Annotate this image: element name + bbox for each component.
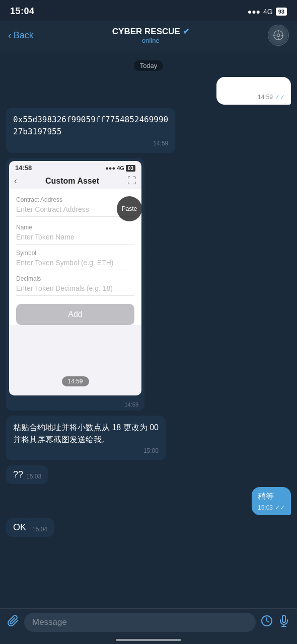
clock-icon <box>261 615 273 627</box>
read-ticks: ✓✓ <box>275 504 285 511</box>
name-input-row: Enter Token Name <box>16 233 134 245</box>
back-label: Back <box>14 30 34 41</box>
msg-time: 15:00 <box>143 447 159 454</box>
battery-level: 93 <box>276 8 287 16</box>
status-icons: ●●● 4G 93 <box>248 8 287 16</box>
phone-status-bar: 14:58 ●●● 4G 03 <box>9 161 141 174</box>
message-row: 0x55d398326f99059ff775485246999027b31979… <box>6 108 291 155</box>
message-text <box>222 81 285 92</box>
chat-area: Today 14:59 ✓✓ 0x55d398326f99059ff775485… <box>0 51 297 595</box>
phone-nav-expand-icon: ⛶ <box>127 176 136 186</box>
phone-nav: ‹ Custom Asset ⛶ <box>9 174 141 189</box>
message-meta: 14:59 ✓✓ <box>222 94 285 101</box>
message-row: ?? 15:03 <box>6 465 291 484</box>
screenshot-bottom: 14:59 <box>6 398 144 411</box>
microphone-icon <box>278 615 290 627</box>
back-button[interactable]: ‹ Back <box>8 30 34 41</box>
instruction-bubble: 粘贴合约地址并将小数点从 18 更改为 00并将其屏幕截图发送给我。 15:00 <box>6 416 166 460</box>
name-label: Name <box>16 224 134 231</box>
message-row: 14:58 ●●● 4G 03 ‹ Custom Asset ⛶ <box>6 158 291 413</box>
date-badge: Today <box>134 60 164 71</box>
screenshot-inner: 14:58 ●●● 4G 03 ‹ Custom Asset ⛶ <box>9 161 141 395</box>
attach-button[interactable] <box>7 615 19 630</box>
phone-signal: ●●● 4G 03 <box>105 165 135 171</box>
phone-time: 14:58 <box>15 164 32 172</box>
msg-time: 15:04 <box>32 526 47 533</box>
question-text: ?? <box>13 469 23 480</box>
msg-time: 14:59 <box>258 94 273 101</box>
sent-bubble-1: 14:59 ✓✓ <box>216 77 291 105</box>
address-text: 0x55d398326f99059ff775485246999027b31979… <box>13 114 168 138</box>
name-placeholder: Enter Token Name <box>16 233 134 241</box>
avatar-icon <box>273 30 284 41</box>
status-time: 15:04 <box>10 6 35 17</box>
voice-button[interactable] <box>278 615 290 630</box>
header-center: CYBER RESCUE ✔ online <box>34 27 268 44</box>
contract-label: Contract Address <box>16 196 134 203</box>
network-label: 4G <box>263 8 273 16</box>
avatar-button[interactable] <box>268 25 289 46</box>
avatar-inner <box>269 26 287 44</box>
phone-nav-title: Custom Asset <box>45 177 99 186</box>
form-container: Contract Address Enter Contract Address … <box>9 189 141 395</box>
address-meta: 14:59 <box>13 140 168 147</box>
home-indicator <box>116 639 181 641</box>
message-row: 粘贴合约地址并将小数点从 18 更改为 00并将其屏幕截图发送给我。 15:00 <box>6 416 291 460</box>
paste-circle-label: Paste <box>122 205 137 212</box>
back-chevron-icon: ‹ <box>8 30 12 41</box>
decimals-label: Decimals <box>16 275 134 282</box>
msg-time: 14:59 <box>153 140 168 147</box>
ok-text: OK <box>13 522 26 533</box>
paste-circle[interactable]: Paste <box>117 196 141 221</box>
message-input[interactable]: Message <box>24 613 256 632</box>
add-button[interactable]: Add <box>16 304 134 325</box>
msg-time: 14:59 <box>124 401 138 408</box>
ok-bubble: OK 15:04 <box>6 518 54 537</box>
phone-screenshot: 14:58 ●●● 4G 03 ‹ Custom Asset ⛶ <box>9 161 141 395</box>
contact-name: CYBER RESCUE ✔ <box>34 27 268 37</box>
read-ticks: ✓✓ <box>275 94 285 101</box>
sent-bubble-2: 稍等 15:03 ✓✓ <box>252 487 291 515</box>
message-row: 稍等 15:03 ✓✓ <box>6 487 291 515</box>
emoji-button[interactable] <box>261 615 273 630</box>
symbol-placeholder: Enter Token Symbol (e.g. ETH) <box>16 259 134 267</box>
message-text: 稍等 <box>258 491 285 502</box>
chat-header: ‹ Back CYBER RESCUE ✔ online <box>0 21 297 51</box>
contract-input-row: Enter Contract Address Paste <box>16 205 134 217</box>
verified-badge: ✔ <box>183 27 189 36</box>
screenshot-timestamp: 14:59 <box>61 376 89 386</box>
contact-status: online <box>34 37 268 44</box>
battery-indicator: 93 <box>276 8 287 16</box>
question-bubble: ?? 15:03 <box>6 465 48 484</box>
message-meta: 15:03 ✓✓ <box>258 504 285 511</box>
screenshot-wrapper: 14:58 ●●● 4G 03 ‹ Custom Asset ⛶ <box>6 161 144 395</box>
phone-nav-back-icon: ‹ <box>14 176 17 186</box>
message-placeholder: Message <box>32 617 67 627</box>
message-row: 14:59 ✓✓ <box>6 77 291 105</box>
message-row: OK 15:04 <box>6 518 291 537</box>
instruction-text: 粘贴合约地址并将小数点从 18 更改为 00并将其屏幕截图发送给我。 <box>13 422 159 446</box>
address-bubble: 0x55d398326f99059ff775485246999027b31979… <box>6 108 175 153</box>
date-divider: Today <box>6 60 291 71</box>
decimals-input-row: Enter Token Decimals (e.g. 18) <box>16 284 134 296</box>
svg-point-1 <box>277 34 280 37</box>
message-meta: 15:00 <box>13 447 159 454</box>
symbol-input-row: Enter Token Symbol (e.g. ETH) <box>16 259 134 270</box>
symbol-label: Symbol <box>16 250 134 257</box>
msg-time: 15:03 <box>258 504 273 511</box>
status-bar: 15:04 ●●● 4G 93 <box>0 0 297 21</box>
decimals-placeholder: Enter Token Decimals (e.g. 18) <box>16 284 134 292</box>
attach-icon <box>7 615 19 627</box>
msg-time: 15:03 <box>26 473 41 480</box>
screenshot-bubble: 14:58 ●●● 4G 03 ‹ Custom Asset ⛶ <box>6 158 144 411</box>
signal-icon: ●●● <box>248 8 260 16</box>
